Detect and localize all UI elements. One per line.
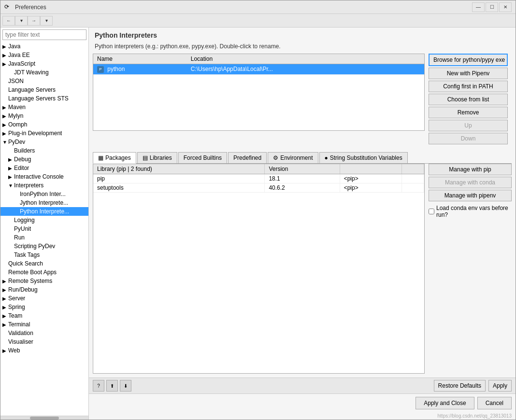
- sidebar-item-pyunit[interactable]: PyUnit: [0, 224, 88, 233]
- sidebar-item-pydev[interactable]: ▼ PyDev: [0, 138, 88, 146]
- forward-dropdown[interactable]: ▾: [40, 16, 53, 26]
- filter-input[interactable]: [2, 29, 86, 40]
- forward-button[interactable]: →: [28, 16, 40, 26]
- sidebar-item-label: Server: [8, 295, 25, 302]
- library-row[interactable]: pip 18.1 <pip>: [93, 174, 424, 183]
- sidebar-item-language-servers[interactable]: Language Servers: [0, 85, 88, 94]
- sidebar-item-mylyn[interactable]: ▶ Mylyn: [0, 112, 88, 120]
- library-row[interactable]: setuptools 40.6.2 <pip>: [93, 183, 424, 193]
- lib-col3-header: [340, 164, 401, 174]
- sidebar-item-spring[interactable]: ▶ Spring: [0, 303, 88, 311]
- apply-close-button[interactable]: Apply and Close: [416, 397, 474, 409]
- bottom-bar: ? ⬆ ⬇ Restore Defaults Apply: [89, 378, 516, 393]
- sidebar-item-remote-systems[interactable]: ▶ Remote Systems: [0, 277, 88, 285]
- sidebar-item-run-debug[interactable]: ▶ Run/Debug: [0, 285, 88, 294]
- sidebar-item-debug[interactable]: ▶ Debug: [0, 155, 88, 164]
- tab-packages[interactable]: ▦ Packages: [93, 152, 136, 164]
- sidebar-item-scripting-pydev[interactable]: Scripting PyDev: [0, 242, 88, 251]
- sidebar-item-jdt-weaving[interactable]: JDT Weaving: [0, 68, 88, 77]
- sidebar-item-editor[interactable]: ▶ Editor: [0, 164, 88, 172]
- tab-libraries[interactable]: ▤ Libraries: [137, 152, 177, 163]
- sidebar-item-python-interp[interactable]: Python Interprete...: [0, 207, 88, 216]
- up-button[interactable]: Up: [429, 120, 508, 131]
- sidebar-item-visualiser[interactable]: Visualiser: [0, 337, 88, 346]
- sidebar-item-java[interactable]: ▶ Java: [0, 42, 88, 51]
- import-button[interactable]: ⬆: [106, 380, 118, 392]
- restore-defaults-button[interactable]: Restore Defaults: [434, 380, 486, 392]
- sidebar-item-label: Java: [8, 43, 20, 50]
- sidebar-item-interpreters[interactable]: ▼ Interpreters: [0, 181, 88, 190]
- library-table-wrap: Library (pip | 2 found) Version pip 18.1: [93, 164, 425, 374]
- sidebar-item-quick-search[interactable]: Quick Search: [0, 259, 88, 268]
- sidebar-item-team[interactable]: ▶ Team: [0, 311, 88, 320]
- cancel-button[interactable]: Cancel: [477, 397, 512, 409]
- tab-predefined[interactable]: Predefined: [228, 152, 267, 163]
- sidebar-item-web[interactable]: ▶ Web: [0, 346, 88, 355]
- sidebar-item-label: PyUnit: [14, 225, 31, 232]
- apply-button[interactable]: Apply: [488, 380, 512, 392]
- sidebar-item-remote-boot-apps[interactable]: Remote Boot Apps: [0, 268, 88, 277]
- conda-checkbox[interactable]: [429, 209, 434, 214]
- sidebar-item-json[interactable]: JSON: [0, 77, 88, 85]
- sidebar-scrollbar[interactable]: [0, 416, 88, 420]
- browse-button[interactable]: Browse for python/pypy exe: [429, 54, 508, 66]
- manage-pipenv-button[interactable]: Manage with pipenv: [429, 190, 512, 201]
- sidebar-item-jython[interactable]: Jython Interprete...: [0, 198, 88, 207]
- sidebar-item-java-ee[interactable]: ▶ Java EE: [0, 51, 88, 59]
- back-dropdown[interactable]: ▾: [15, 16, 28, 26]
- config-path-button[interactable]: Config first in PATH: [429, 81, 508, 92]
- conda-checkbox-row: Load conda env vars before run?: [429, 203, 512, 220]
- manage-pip-button[interactable]: Manage with pip: [429, 164, 512, 175]
- sidebar-item-interactive-console[interactable]: ▶ Interactive Console: [0, 172, 88, 181]
- sidebar-item-maven[interactable]: ▶ Maven: [0, 103, 88, 112]
- sidebar-item-label: Remote Boot Apps: [8, 269, 57, 276]
- sidebar-item-run[interactable]: Run: [0, 233, 88, 242]
- expand-arrow: ▶: [2, 313, 8, 319]
- sidebar-item-builders[interactable]: Builders: [0, 146, 88, 155]
- sidebar-item-javascript[interactable]: ▶ JavaScript: [0, 59, 88, 68]
- help-button[interactable]: ?: [93, 380, 104, 392]
- name-column-header: Name: [93, 54, 187, 64]
- sidebar-item-ironpython[interactable]: IronPython Inter...: [0, 190, 88, 198]
- lib-version-header: Version: [265, 164, 340, 174]
- sidebar-item-terminal[interactable]: ▶ Terminal: [0, 320, 88, 329]
- library-section: Library (pip | 2 found) Version pip 18.1: [89, 164, 516, 378]
- choose-list-button[interactable]: Choose from list: [429, 94, 508, 105]
- sidebar-item-label: Oomph: [8, 121, 27, 128]
- sidebar-item-server[interactable]: ▶ Server: [0, 294, 88, 303]
- sidebar-item-validation[interactable]: Validation: [0, 329, 88, 337]
- sidebar-item-label: Interactive Console: [14, 173, 64, 180]
- sidebar-item-logging[interactable]: Logging: [0, 216, 88, 224]
- close-button[interactable]: ✕: [499, 2, 512, 12]
- interpreters-table: Name Location P python: [93, 54, 425, 131]
- maximize-button[interactable]: ☐: [486, 2, 498, 12]
- lib-tag: <pip>: [340, 183, 401, 193]
- sidebar-item-label: Team: [8, 312, 22, 319]
- sidebar-item-label: Quick Search: [8, 260, 43, 267]
- sidebar-item-plugin-dev[interactable]: ▶ Plug-in Development: [0, 129, 88, 138]
- expand-arrow: ▶: [8, 157, 14, 162]
- sidebar-item-label: Debug: [14, 156, 31, 163]
- back-button[interactable]: ←: [2, 16, 15, 26]
- sidebar-item-task-tags[interactable]: Task Tags: [0, 251, 88, 259]
- new-pipenv-button[interactable]: New with Pipenv: [429, 68, 508, 79]
- tab-environment[interactable]: ⚙ Environment: [268, 152, 318, 163]
- down-button[interactable]: Down: [429, 133, 508, 144]
- interpreter-location: C:\Users\hp\AppData\Local\Pr...: [187, 64, 424, 75]
- sidebar-item-language-servers-sts[interactable]: Language Servers STS: [0, 94, 88, 103]
- remove-button[interactable]: Remove: [429, 107, 508, 118]
- tab-string-substitution[interactable]: ● String Substitution Variables: [319, 152, 408, 163]
- python-icon: P: [97, 66, 104, 73]
- sidebar-item-label: JDT Weaving: [14, 69, 49, 76]
- tab-forced-builtins[interactable]: Forced Builtins: [178, 152, 227, 163]
- expand-arrow: ▼: [2, 140, 8, 145]
- expand-arrow: ▶: [2, 296, 8, 301]
- manage-conda-button[interactable]: Manage with conda: [429, 177, 512, 188]
- expand-arrow: ▶: [2, 53, 8, 58]
- interpreter-row[interactable]: P python C:\Users\hp\AppData\Local\Pr...: [93, 64, 424, 75]
- export-button[interactable]: ⬇: [120, 380, 131, 392]
- sidebar-item-label: Interpreters: [14, 182, 43, 189]
- sidebar-item-label: Scripting PyDev: [14, 243, 55, 250]
- minimize-button[interactable]: —: [472, 2, 485, 12]
- sidebar-item-oomph[interactable]: ▶ Oomph: [0, 120, 88, 129]
